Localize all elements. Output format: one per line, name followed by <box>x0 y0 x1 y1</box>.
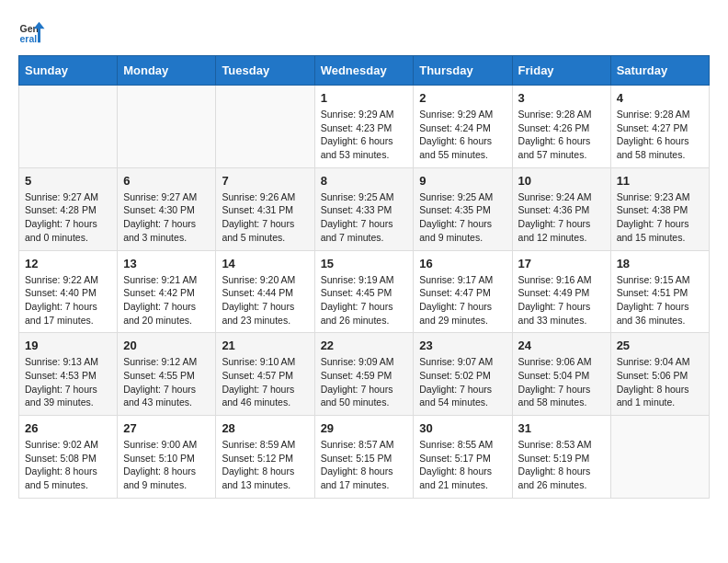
calendar-day-cell: 3 Sunrise: 9:28 AM Sunset: 4:26 PM Dayli… <box>512 86 610 168</box>
sunset-text: Sunset: 4:27 PM <box>617 122 688 133</box>
day-info: Sunrise: 9:02 AM Sunset: 5:08 PM Dayligh… <box>25 438 111 492</box>
daylight-text: Daylight: 7 hours and 58 minutes. <box>518 384 591 408</box>
day-info: Sunrise: 9:16 AM Sunset: 4:49 PM Dayligh… <box>518 273 605 327</box>
sunrise-text: Sunrise: 8:57 AM <box>321 439 394 450</box>
calendar-body: 1 Sunrise: 9:29 AM Sunset: 4:23 PM Dayli… <box>19 86 710 499</box>
calendar-day-cell: 24 Sunrise: 9:06 AM Sunset: 5:04 PM Dayl… <box>512 333 610 416</box>
day-number: 16 <box>419 257 506 270</box>
daylight-text: Daylight: 7 hours and 7 minutes. <box>321 218 393 243</box>
day-number: 3 <box>518 91 605 105</box>
day-number: 26 <box>25 421 111 435</box>
day-info: Sunrise: 9:06 AM Sunset: 5:04 PM Dayligh… <box>518 355 605 409</box>
calendar-day-cell: 5 Sunrise: 9:27 AM Sunset: 4:28 PM Dayli… <box>19 167 118 250</box>
day-info: Sunrise: 9:27 AM Sunset: 4:30 PM Dayligh… <box>123 190 210 245</box>
sunrise-text: Sunrise: 9:09 AM <box>321 356 394 367</box>
day-number: 1 <box>321 91 408 105</box>
sunset-text: Sunset: 4:49 PM <box>518 287 590 298</box>
daylight-text: Daylight: 7 hours and 26 minutes. <box>321 301 393 326</box>
sunset-text: Sunset: 4:30 PM <box>123 204 195 215</box>
day-info: Sunrise: 8:53 AM Sunset: 5:19 PM Dayligh… <box>518 438 605 492</box>
calendar-day-cell: 1 Sunrise: 9:29 AM Sunset: 4:23 PM Dayli… <box>314 86 414 168</box>
daylight-text: Daylight: 6 hours and 58 minutes. <box>617 135 689 160</box>
day-number: 29 <box>321 421 408 435</box>
sunset-text: Sunset: 5:06 PM <box>617 370 688 381</box>
day-number: 18 <box>617 257 703 270</box>
daylight-text: Daylight: 8 hours and 21 minutes. <box>419 465 492 490</box>
page-header: Gen eral <box>18 18 710 46</box>
calendar-day-cell: 14 Sunrise: 9:20 AM Sunset: 4:44 PM Dayl… <box>216 250 314 333</box>
day-number: 9 <box>419 174 506 188</box>
sunset-text: Sunset: 4:40 PM <box>25 287 97 298</box>
daylight-text: Daylight: 7 hours and 3 minutes. <box>123 218 196 243</box>
sunrise-text: Sunrise: 9:27 AM <box>25 191 98 202</box>
calendar-week-row: 19 Sunrise: 9:13 AM Sunset: 4:53 PM Dayl… <box>19 333 710 416</box>
sunset-text: Sunset: 4:55 PM <box>123 370 195 381</box>
day-info: Sunrise: 9:28 AM Sunset: 4:27 PM Dayligh… <box>617 108 703 162</box>
sunrise-text: Sunrise: 9:28 AM <box>518 109 592 120</box>
sunrise-text: Sunrise: 9:15 AM <box>617 274 690 285</box>
day-number: 5 <box>25 174 111 188</box>
day-number: 20 <box>123 339 210 352</box>
sunset-text: Sunset: 5:08 PM <box>25 453 97 464</box>
sunset-text: Sunset: 4:24 PM <box>419 122 491 133</box>
day-number: 21 <box>222 339 308 352</box>
day-info: Sunrise: 9:09 AM Sunset: 4:59 PM Dayligh… <box>321 355 408 409</box>
sunrise-text: Sunrise: 9:06 AM <box>518 356 592 367</box>
weekday-header: Monday <box>118 56 216 86</box>
day-number: 17 <box>518 257 605 270</box>
day-info: Sunrise: 9:23 AM Sunset: 4:38 PM Dayligh… <box>617 190 703 245</box>
sunrise-text: Sunrise: 9:02 AM <box>25 439 98 450</box>
daylight-text: Daylight: 7 hours and 46 minutes. <box>222 384 294 408</box>
calendar-day-cell: 30 Sunrise: 8:55 AM Sunset: 5:17 PM Dayl… <box>414 416 512 499</box>
sunrise-text: Sunrise: 9:16 AM <box>518 274 592 285</box>
calendar-week-row: 5 Sunrise: 9:27 AM Sunset: 4:28 PM Dayli… <box>19 167 710 250</box>
day-info: Sunrise: 9:15 AM Sunset: 4:51 PM Dayligh… <box>617 273 703 327</box>
sunrise-text: Sunrise: 9:07 AM <box>419 356 493 367</box>
sunrise-text: Sunrise: 8:55 AM <box>419 439 493 450</box>
day-info: Sunrise: 9:13 AM Sunset: 4:53 PM Dayligh… <box>25 355 111 409</box>
calendar-day-cell: 13 Sunrise: 9:21 AM Sunset: 4:42 PM Dayl… <box>118 250 216 333</box>
daylight-text: Daylight: 6 hours and 55 minutes. <box>419 135 492 160</box>
logo: Gen eral <box>18 18 50 46</box>
day-info: Sunrise: 9:25 AM Sunset: 4:35 PM Dayligh… <box>419 190 506 245</box>
calendar-day-cell: 20 Sunrise: 9:12 AM Sunset: 4:55 PM Dayl… <box>118 333 216 416</box>
weekday-header: Wednesday <box>314 56 414 86</box>
day-number: 25 <box>617 339 703 352</box>
day-number: 7 <box>222 174 308 188</box>
day-number: 11 <box>617 174 703 188</box>
sunset-text: Sunset: 4:23 PM <box>321 122 392 133</box>
calendar-day-cell: 16 Sunrise: 9:17 AM Sunset: 4:47 PM Dayl… <box>414 250 512 333</box>
calendar-day-cell <box>610 416 709 499</box>
sunrise-text: Sunrise: 9:10 AM <box>222 356 295 367</box>
weekday-header: Saturday <box>610 56 709 86</box>
daylight-text: Daylight: 7 hours and 9 minutes. <box>419 218 492 243</box>
daylight-text: Daylight: 7 hours and 23 minutes. <box>222 301 294 326</box>
calendar-day-cell <box>216 86 314 168</box>
daylight-text: Daylight: 7 hours and 12 minutes. <box>518 218 591 243</box>
svg-text:eral: eral <box>20 33 38 44</box>
day-number: 31 <box>518 421 605 435</box>
day-info: Sunrise: 9:21 AM Sunset: 4:42 PM Dayligh… <box>123 273 210 327</box>
calendar-day-cell: 10 Sunrise: 9:24 AM Sunset: 4:36 PM Dayl… <box>512 167 610 250</box>
sunset-text: Sunset: 5:17 PM <box>419 453 491 464</box>
sunrise-text: Sunrise: 8:59 AM <box>222 439 295 450</box>
calendar-day-cell: 6 Sunrise: 9:27 AM Sunset: 4:30 PM Dayli… <box>118 167 216 250</box>
sunrise-text: Sunrise: 9:17 AM <box>419 274 493 285</box>
sunrise-text: Sunrise: 9:00 AM <box>123 439 197 450</box>
day-number: 19 <box>25 339 111 352</box>
sunrise-text: Sunrise: 9:22 AM <box>25 274 98 285</box>
calendar-day-cell: 31 Sunrise: 8:53 AM Sunset: 5:19 PM Dayl… <box>512 416 610 499</box>
day-info: Sunrise: 9:12 AM Sunset: 4:55 PM Dayligh… <box>123 355 210 409</box>
sunset-text: Sunset: 4:42 PM <box>123 287 195 298</box>
sunrise-text: Sunrise: 9:25 AM <box>419 191 493 202</box>
sunrise-text: Sunrise: 9:12 AM <box>123 356 197 367</box>
day-info: Sunrise: 9:28 AM Sunset: 4:26 PM Dayligh… <box>518 108 605 162</box>
sunset-text: Sunset: 4:44 PM <box>222 287 293 298</box>
daylight-text: Daylight: 7 hours and 0 minutes. <box>25 218 97 243</box>
daylight-text: Daylight: 6 hours and 57 minutes. <box>518 135 591 160</box>
day-info: Sunrise: 9:27 AM Sunset: 4:28 PM Dayligh… <box>25 190 111 245</box>
calendar-day-cell: 17 Sunrise: 9:16 AM Sunset: 4:49 PM Dayl… <box>512 250 610 333</box>
day-number: 8 <box>321 174 408 188</box>
day-info: Sunrise: 9:10 AM Sunset: 4:57 PM Dayligh… <box>222 355 308 409</box>
sunset-text: Sunset: 5:19 PM <box>518 453 590 464</box>
